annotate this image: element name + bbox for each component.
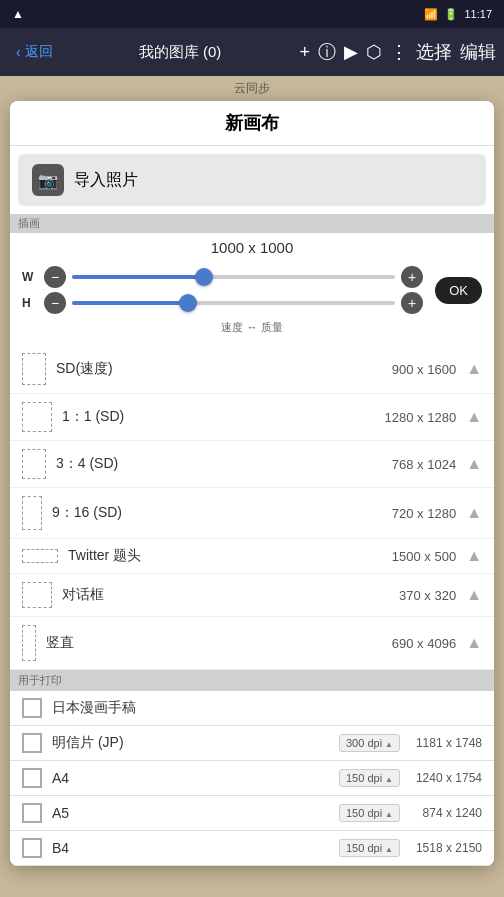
width-slider-fill: [72, 275, 201, 279]
preset-thumb: [22, 449, 46, 479]
preset-thumb: [22, 402, 52, 432]
print-name: B4: [52, 840, 329, 856]
custom-size-area: 1000 x 1000 W − + H: [10, 233, 494, 345]
add-icon[interactable]: +: [299, 42, 310, 63]
width-plus-button[interactable]: +: [401, 266, 423, 288]
print-size: 1181 x 1748: [410, 736, 482, 750]
dpi-badge[interactable]: 300 dpi: [339, 734, 400, 752]
preset-item[interactable]: SD(速度) 900 x 1600 ▲: [10, 345, 494, 394]
top-nav: ‹ 返回 我的图库 (0) + ⓘ ▶ ⬡ ⋮ 选择 编辑: [0, 28, 504, 76]
preset-name: SD(速度): [56, 360, 382, 378]
preset-thumb: [22, 582, 52, 608]
height-value: 1000: [260, 239, 293, 256]
preset-arrow-icon: ▲: [466, 586, 482, 604]
print-size: 874 x 1240: [410, 806, 482, 820]
status-bar: ▲ 📶 🔋 11:17: [0, 0, 504, 28]
preset-arrow-icon: ▲: [466, 455, 482, 473]
preset-thumb: [22, 496, 42, 530]
preset-thumb: [22, 353, 46, 385]
print-item[interactable]: A4 150 dpi1240 x 1754: [10, 761, 494, 796]
share-icon[interactable]: ⬡: [366, 41, 382, 63]
size-separator: x: [248, 239, 256, 256]
battery-icon: 🔋: [444, 8, 458, 21]
preset-item[interactable]: 1：1 (SD) 1280 x 1280 ▲: [10, 394, 494, 441]
nav-actions: + ⓘ ▶ ⬡ ⋮ 选择 编辑: [299, 40, 496, 64]
width-minus-button[interactable]: −: [44, 266, 66, 288]
preset-item[interactable]: 3：4 (SD) 768 x 1024 ▲: [10, 441, 494, 488]
print-item[interactable]: A5 150 dpi874 x 1240: [10, 796, 494, 831]
print-items-list: 日本漫画手稿 明信片 (JP) 300 dpi1181 x 1748 A4 15…: [10, 691, 494, 866]
drawing-section-label: 插画: [10, 214, 494, 233]
height-label: H: [22, 296, 38, 310]
preset-arrow-icon: ▲: [466, 547, 482, 565]
print-item[interactable]: 明信片 (JP) 300 dpi1181 x 1748: [10, 726, 494, 761]
info-icon[interactable]: ⓘ: [318, 40, 336, 64]
import-label: 导入照片: [74, 170, 138, 191]
preset-thumb: [22, 625, 36, 661]
print-name: A5: [52, 805, 329, 821]
modal-title: 新画布: [10, 101, 494, 146]
preset-name: 1：1 (SD): [62, 408, 375, 426]
more-icon[interactable]: ⋮: [390, 41, 408, 63]
width-slider-thumb: [195, 268, 213, 286]
print-checkbox[interactable]: [22, 803, 42, 823]
dpi-badge[interactable]: 150 dpi: [339, 769, 400, 787]
back-label: 返回: [25, 43, 53, 61]
print-checkbox[interactable]: [22, 698, 42, 718]
print-name: 日本漫画手稿: [52, 699, 482, 717]
play-icon[interactable]: ▶: [344, 41, 358, 63]
cloud-sync-label: 云同步: [0, 76, 504, 101]
preset-arrow-icon: ▲: [466, 504, 482, 522]
print-item[interactable]: B4 150 dpi1518 x 2150: [10, 831, 494, 866]
edit-button[interactable]: 编辑: [460, 40, 496, 64]
preset-item[interactable]: 9：16 (SD) 720 x 1280 ▲: [10, 488, 494, 539]
width-value: 1000: [211, 239, 244, 256]
dpi-badge[interactable]: 150 dpi: [339, 839, 400, 857]
preset-arrow-icon: ▲: [466, 634, 482, 652]
preset-name: 对话框: [62, 586, 389, 604]
width-slider-row: W − +: [22, 266, 423, 288]
import-photo-section[interactable]: 📷 导入照片: [18, 154, 486, 206]
back-chevron-icon: ‹: [16, 44, 21, 60]
preset-item[interactable]: Twitter 题头 1500 x 500 ▲: [10, 539, 494, 574]
preset-name: 竖直: [46, 634, 382, 652]
print-size: 1518 x 2150: [410, 841, 482, 855]
nav-title: 我的图库 (0): [61, 43, 300, 62]
height-slider-fill: [72, 301, 185, 305]
print-section-label: 用于打印: [10, 670, 494, 691]
height-plus-button[interactable]: +: [401, 292, 423, 314]
print-checkbox[interactable]: [22, 838, 42, 858]
back-button[interactable]: ‹ 返回: [8, 39, 61, 65]
preset-item[interactable]: 对话框 370 x 320 ▲: [10, 574, 494, 617]
print-checkbox[interactable]: [22, 768, 42, 788]
preset-size: 768 x 1024: [392, 457, 456, 472]
print-name: A4: [52, 770, 329, 786]
print-item[interactable]: 日本漫画手稿: [10, 691, 494, 726]
print-name: 明信片 (JP): [52, 734, 329, 752]
modal-scroll-area[interactable]: 📷 导入照片 插画 1000 x 1000 W −: [10, 146, 494, 866]
preset-item[interactable]: 竖直 690 x 4096 ▲: [10, 617, 494, 670]
select-button[interactable]: 选择: [416, 40, 452, 64]
preset-name: 9：16 (SD): [52, 504, 382, 522]
height-minus-button[interactable]: −: [44, 292, 66, 314]
speed-quality-label: 速度 ↔ 质量: [22, 318, 482, 339]
preset-size: 900 x 1600: [392, 362, 456, 377]
time-display: 11:17: [464, 8, 492, 20]
print-checkbox[interactable]: [22, 733, 42, 753]
signal-icon: ▲: [12, 7, 24, 21]
custom-size-ok-button[interactable]: OK: [435, 277, 482, 304]
width-slider-track[interactable]: [72, 275, 395, 279]
preset-arrow-icon: ▲: [466, 408, 482, 426]
preset-arrow-icon: ▲: [466, 360, 482, 378]
height-slider-track[interactable]: [72, 301, 395, 305]
preset-size: 1280 x 1280: [385, 410, 457, 425]
new-canvas-modal: 新画布 📷 导入照片 插画 1000 x 1000 W −: [10, 101, 494, 866]
preset-name: 3：4 (SD): [56, 455, 382, 473]
preset-size: 720 x 1280: [392, 506, 456, 521]
dpi-badge[interactable]: 150 dpi: [339, 804, 400, 822]
preset-list: SD(速度) 900 x 1600 ▲ 1：1 (SD) 1280 x 1280…: [10, 345, 494, 670]
width-label: W: [22, 270, 38, 284]
preset-size: 370 x 320: [399, 588, 456, 603]
preset-thumb: [22, 549, 58, 563]
camera-icon: 📷: [32, 164, 64, 196]
